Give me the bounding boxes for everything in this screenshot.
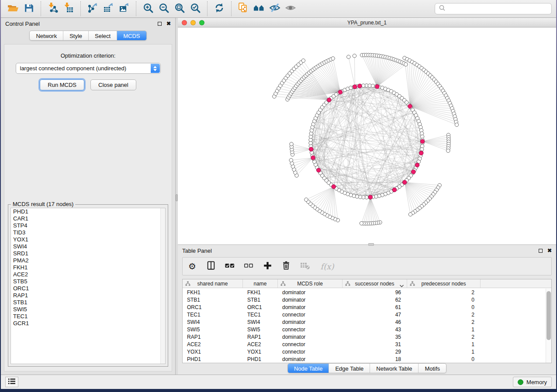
deselect-all-button[interactable] [243, 261, 254, 272]
table-cell[interactable]: 2 [407, 319, 481, 325]
table-cell[interactable]: YOX1 [183, 349, 243, 355]
float-panel-icon[interactable] [158, 22, 162, 26]
zoom-fit-button[interactable] [172, 1, 187, 16]
tab-mcds[interactable]: MCDS [117, 31, 146, 40]
table-cell[interactable]: RAP1 [243, 334, 278, 340]
delete-column-button[interactable] [281, 261, 291, 272]
table-cell[interactable]: PHD1 [243, 356, 278, 362]
save-session-button[interactable] [21, 1, 37, 16]
run-mcds-button[interactable]: Run MCDS [40, 79, 84, 90]
table-cell[interactable]: dominator [278, 334, 343, 340]
table-cell[interactable]: 61 [343, 304, 407, 310]
tab-style[interactable]: Style [63, 31, 88, 40]
first-neighbors-button[interactable] [251, 1, 267, 16]
table-cell[interactable]: 1 [407, 349, 481, 355]
table-row[interactable]: TEC1TEC1connector472 [183, 311, 546, 318]
table-cell[interactable]: dominator [278, 319, 343, 325]
mcds-result-list[interactable]: PHD1CAR1STP4TID3YOX1SWI4SRD1PMA2FKH1ACE2… [10, 208, 166, 364]
table-row[interactable]: RAP1RAP1dominator352 [183, 333, 546, 340]
table-scrollbar[interactable] [546, 289, 551, 363]
tab-network-table[interactable]: Network Table [370, 364, 418, 373]
table-row[interactable]: ORC1ORC1dominator610 [183, 303, 546, 311]
tab-motifs[interactable]: Motifs [418, 364, 446, 373]
search-input[interactable] [448, 6, 548, 12]
mcds-node-item[interactable]: SWI4 [11, 243, 165, 250]
table-cell[interactable]: SWI4 [183, 319, 243, 325]
select-all-button[interactable] [225, 261, 235, 272]
close-panel-icon[interactable]: ✖ [547, 248, 552, 253]
table-cell[interactable]: connector [278, 349, 343, 355]
table-row[interactable]: YOX1YOX1connector291 [183, 348, 546, 355]
table-row[interactable]: SWI4SWI4dominator462 [183, 318, 546, 326]
column-header-name[interactable]: name [243, 279, 278, 288]
table-cell[interactable]: RAP1 [183, 334, 243, 340]
scrollbar-thumb[interactable] [547, 291, 551, 340]
table-cell[interactable]: ACE2 [243, 341, 278, 347]
import-table-button[interactable] [61, 1, 76, 16]
zoom-in-button[interactable] [140, 1, 156, 16]
mcds-node-item[interactable]: STP4 [11, 222, 165, 229]
table-row[interactable]: FKH1FKH1dominator962 [183, 289, 546, 296]
table-cell[interactable]: dominator [278, 356, 343, 362]
table-row[interactable]: STB1STB1dominator620 [183, 296, 546, 303]
table-cell[interactable]: dominator [278, 297, 343, 303]
mcds-node-item[interactable]: SWI5 [11, 306, 165, 313]
zoom-selected-button[interactable] [187, 1, 203, 16]
open-session-button[interactable] [5, 1, 21, 16]
mcds-node-item[interactable]: ACE2 [11, 271, 165, 278]
mcds-node-item[interactable]: TID3 [11, 229, 165, 236]
mcds-node-item[interactable]: PMA2 [11, 257, 165, 264]
mcds-node-item[interactable]: STB5 [11, 278, 165, 285]
column-header-successor-nodes[interactable]: successor nodes [343, 279, 407, 288]
hide-selected-button[interactable] [267, 1, 283, 16]
memory-button[interactable]: Memory [513, 377, 552, 387]
table-cell[interactable]: 2 [407, 334, 481, 340]
mcds-node-item[interactable]: RAP1 [11, 292, 165, 299]
table-cell[interactable]: 47 [343, 312, 407, 318]
table-cell[interactable]: 35 [343, 334, 407, 340]
add-column-button[interactable] [262, 261, 273, 272]
apply-function-button[interactable]: f(x) [318, 261, 336, 272]
table-cell[interactable]: SWI4 [243, 319, 278, 325]
table-options-button[interactable]: ⚙ [187, 261, 197, 272]
table-cell[interactable]: FKH1 [243, 289, 278, 296]
mcds-node-item[interactable]: SRD1 [11, 250, 165, 257]
mcds-node-item[interactable]: ORC1 [11, 285, 165, 292]
export-table-button[interactable] [100, 1, 116, 16]
table-cell[interactable]: 46 [343, 319, 407, 325]
minimize-window-icon[interactable] [190, 20, 196, 25]
import-network-button[interactable] [45, 1, 61, 16]
table-cell[interactable]: 62 [343, 297, 407, 303]
close-panel-button[interactable]: Close panel [90, 79, 136, 90]
export-image-button[interactable] [116, 1, 132, 16]
table-cell[interactable]: 29 [343, 349, 407, 355]
column-header-predecessor-nodes[interactable]: predecessor nodes [407, 279, 481, 288]
table-cell[interactable]: PHD1 [183, 356, 243, 362]
table-cell[interactable]: 0 [407, 304, 481, 310]
horizontal-splitter-grip[interactable] [368, 243, 374, 246]
tab-edge-table[interactable]: Edge Table [329, 364, 370, 373]
maximize-window-icon[interactable] [199, 20, 204, 25]
show-all-button[interactable] [283, 1, 298, 16]
table-cell[interactable]: TEC1 [243, 312, 278, 318]
apply-layout-button[interactable] [211, 1, 227, 16]
table-cell[interactable]: STB1 [243, 297, 278, 303]
delete-table-button[interactable] [300, 261, 310, 272]
close-window-icon[interactable] [182, 20, 187, 25]
table-cell[interactable]: 2 [407, 312, 481, 318]
mcds-node-item[interactable]: CAR1 [11, 215, 165, 222]
table-cell[interactable]: 0 [407, 356, 481, 362]
table-cell[interactable]: YOX1 [243, 349, 278, 355]
table-cell[interactable]: connector [278, 327, 343, 333]
mcds-node-item[interactable]: PHD1 [11, 208, 165, 215]
export-network-button[interactable] [85, 1, 100, 16]
mcds-node-item[interactable]: FKH1 [11, 264, 165, 271]
table-cell[interactable]: ACE2 [183, 341, 243, 347]
result-list-scrollbar[interactable] [160, 208, 165, 364]
column-header-mcds-role[interactable]: MCDS role [278, 279, 343, 288]
table-cell[interactable]: ORC1 [183, 304, 243, 310]
table-cell[interactable]: TEC1 [183, 312, 243, 318]
table-cell[interactable]: connector [278, 312, 343, 318]
close-panel-icon[interactable]: ✖ [166, 21, 171, 26]
mcds-node-item[interactable]: GCR1 [11, 320, 165, 327]
